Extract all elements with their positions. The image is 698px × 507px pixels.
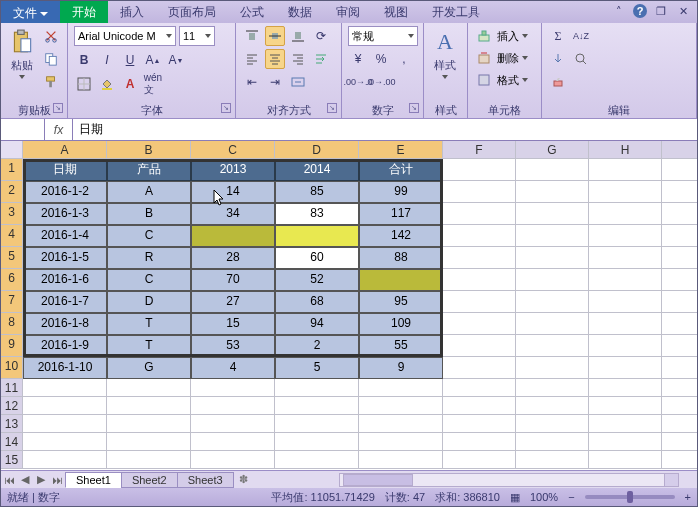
insert-cells-button[interactable]: 插入 [474,26,528,46]
borders-button[interactable] [74,74,94,94]
delete-cells-button[interactable]: 删除 [474,48,528,68]
cell[interactable]: 2016-1-9 [23,335,107,357]
fx-button[interactable]: fx [45,119,73,140]
font-name-select[interactable]: Arial Unicode M [74,26,176,46]
format-painter-button[interactable] [41,72,61,92]
tab-layout[interactable]: 页面布局 [156,1,228,23]
cell[interactable]: 55 [359,335,443,357]
cell[interactable]: 53 [191,335,275,357]
cell[interactable] [662,415,697,433]
cell[interactable]: 日期 [23,159,107,181]
cell[interactable] [662,433,697,451]
cell[interactable] [589,451,662,469]
cell[interactable]: 2016-1-3 [23,203,107,225]
cell[interactable]: 2016-1-5 [23,247,107,269]
cell[interactable] [516,313,589,335]
cell[interactable] [589,269,662,291]
row-header[interactable]: 3 [1,203,23,225]
comma-button[interactable]: , [394,49,414,69]
row-header[interactable]: 8 [1,313,23,335]
cell[interactable] [275,451,359,469]
cell[interactable]: 60 [275,247,359,269]
row-header[interactable]: 15 [1,451,23,469]
cell[interactable] [589,357,662,379]
cell[interactable] [191,415,275,433]
tab-insert[interactable]: 插入 [108,1,156,23]
cell[interactable] [516,269,589,291]
cell[interactable]: 2016-1-6 [23,269,107,291]
align-left-button[interactable] [242,49,262,69]
cell[interactable]: 34 [191,203,275,225]
cell[interactable] [589,313,662,335]
column-header[interactable]: B [107,141,191,159]
fill-color-button[interactable] [97,74,117,94]
zoom-out-icon[interactable]: − [568,491,574,503]
align-right-button[interactable] [288,49,308,69]
zoom-slider[interactable] [585,495,675,499]
sheet-nav-last-icon[interactable]: ⏭ [49,472,65,488]
cell[interactable] [589,203,662,225]
column-header[interactable]: A [23,141,107,159]
cell[interactable] [359,415,443,433]
cell[interactable] [516,247,589,269]
cell[interactable]: D [107,291,191,313]
cell[interactable] [443,313,516,335]
merge-cells-button[interactable] [288,72,308,92]
cell[interactable] [443,269,516,291]
cell[interactable] [23,397,107,415]
cell[interactable] [516,203,589,225]
sheet-nav-next-icon[interactable]: ▶ [33,472,49,488]
cell[interactable]: 5 [275,357,359,379]
scroll-right-icon[interactable] [664,474,678,486]
cell[interactable]: 99 [359,181,443,203]
align-center-button[interactable] [265,49,285,69]
cell[interactable] [662,397,697,415]
minimize-ribbon-icon[interactable]: ˄ [611,3,627,19]
tab-file[interactable]: 文件 [1,1,60,23]
cell[interactable] [589,159,662,181]
cell[interactable] [275,397,359,415]
cell[interactable] [589,415,662,433]
cell[interactable] [662,357,697,379]
cell[interactable]: 94 [275,313,359,335]
cell[interactable] [662,247,697,269]
cell[interactable]: 2016-1-7 [23,291,107,313]
row-header[interactable]: 12 [1,397,23,415]
fill-button[interactable] [548,49,568,69]
cell[interactable] [662,159,697,181]
cell[interactable]: 产品 [107,159,191,181]
font-color-button[interactable]: A [120,74,140,94]
cell[interactable] [443,397,516,415]
cell[interactable] [23,451,107,469]
cell[interactable] [275,433,359,451]
find-button[interactable] [571,49,591,69]
horizontal-scrollbar[interactable] [339,473,679,487]
cell[interactable] [443,357,516,379]
zoom-in-icon[interactable]: + [685,491,691,503]
align-bottom-button[interactable] [288,26,308,46]
cell[interactable]: 4 [191,357,275,379]
percent-button[interactable]: % [371,49,391,69]
tab-dev[interactable]: 开发工具 [420,1,492,23]
cell[interactable]: 95 [359,291,443,313]
row-header[interactable]: 5 [1,247,23,269]
cell[interactable]: C [107,225,191,247]
cell[interactable] [516,415,589,433]
cell[interactable] [191,225,275,247]
cell[interactable] [662,269,697,291]
cell[interactable]: 15 [191,313,275,335]
name-box[interactable] [1,119,45,140]
autosum-button[interactable]: Σ [548,26,568,46]
row-header[interactable]: 9 [1,335,23,357]
cell[interactable]: 27 [191,291,275,313]
cell[interactable]: 2 [275,335,359,357]
cell[interactable] [359,397,443,415]
cell[interactable] [662,225,697,247]
cell[interactable] [443,247,516,269]
cell[interactable]: A [107,181,191,203]
cell[interactable] [589,291,662,313]
cell[interactable] [516,159,589,181]
cell[interactable]: 52 [275,269,359,291]
sheet-tab[interactable]: Sheet2 [121,472,178,488]
cell[interactable]: 88 [359,247,443,269]
